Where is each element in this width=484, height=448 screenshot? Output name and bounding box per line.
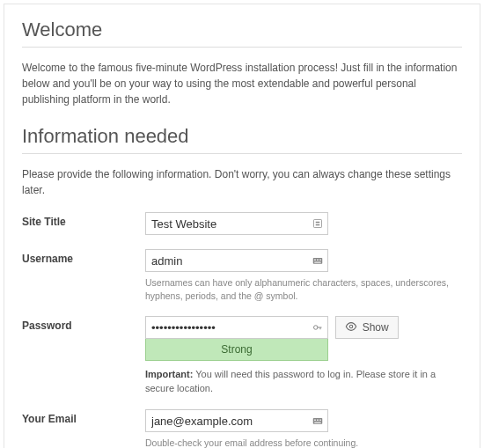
email-input[interactable] <box>145 409 328 432</box>
show-label: Show <box>363 321 389 334</box>
eye-icon <box>345 320 357 335</box>
heading-info: Information needed <box>22 125 462 154</box>
label-username: Username <box>22 242 145 309</box>
important-label: Important: <box>145 369 193 379</box>
welcome-intro: Welcome to the famous five-minute WordPr… <box>22 60 462 107</box>
heading-welcome: Welcome <box>22 18 462 48</box>
email-wrap <box>145 409 328 432</box>
svg-point-11 <box>349 325 353 328</box>
install-form-container: Welcome Welcome to the famous five-minut… <box>4 4 480 448</box>
site-title-input[interactable] <box>145 212 328 235</box>
password-strength: Strong <box>145 339 328 361</box>
password-important: Important: You will need this password t… <box>145 368 462 395</box>
password-wrap <box>145 316 328 339</box>
label-password: Password <box>22 309 145 402</box>
info-intro: Please provide the following information… <box>22 166 462 198</box>
label-email: Your Email <box>22 402 145 448</box>
site-title-wrap <box>145 212 328 235</box>
form-table: Site Title Username Usernam <box>22 205 462 448</box>
show-password-button[interactable]: Show <box>335 316 399 339</box>
username-wrap <box>145 249 328 272</box>
label-site-title: Site Title <box>22 205 145 242</box>
email-desc: Double-check your email address before c… <box>145 437 462 448</box>
password-input[interactable] <box>145 316 328 339</box>
username-desc: Usernames can have only alphanumeric cha… <box>145 276 462 302</box>
username-input[interactable] <box>145 249 328 272</box>
